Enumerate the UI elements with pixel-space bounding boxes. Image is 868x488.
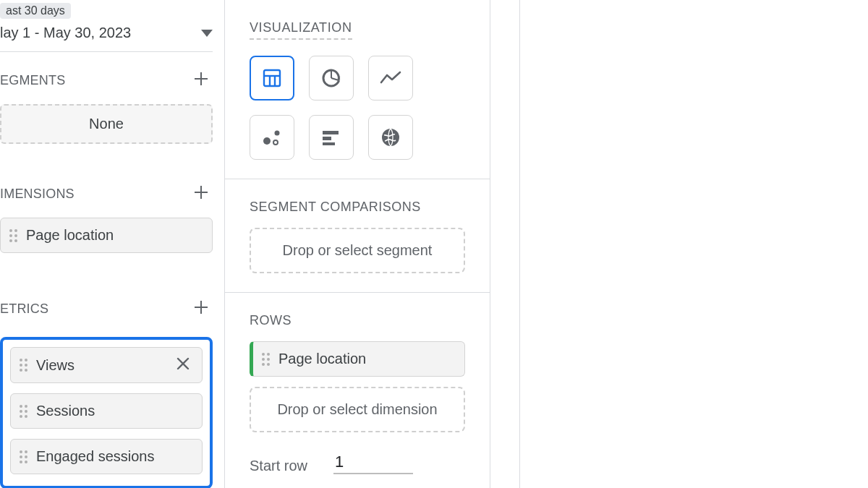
- viz-donut-button[interactable]: [309, 56, 354, 100]
- dimensions-title: IMENSIONS: [0, 187, 75, 202]
- viz-table-button[interactable]: [250, 56, 294, 100]
- donut-chart-icon: [320, 67, 342, 89]
- svg-rect-13: [323, 142, 335, 145]
- date-preset-badge[interactable]: ast 30 days: [0, 3, 71, 19]
- metrics-highlight-box: Views Sessions Engaged sessions: [0, 337, 213, 488]
- visualization-grid: [250, 56, 465, 160]
- metric-chip-label: Views: [36, 357, 166, 374]
- drag-handle-icon[interactable]: [20, 405, 29, 418]
- segments-none-chip[interactable]: None: [0, 104, 213, 144]
- scatter-chart-icon: [261, 127, 283, 148]
- metric-chip-sessions[interactable]: Sessions: [10, 393, 203, 429]
- svg-point-14: [382, 129, 399, 146]
- viz-geo-button[interactable]: [368, 115, 413, 160]
- svg-point-8: [263, 137, 271, 145]
- viz-scatter-button[interactable]: [250, 115, 294, 160]
- segment-comparisons-title: SEGMENT COMPARISONS: [250, 200, 465, 215]
- segment-drop-target[interactable]: Drop or select segment: [250, 228, 465, 273]
- dimension-chip-label: Page location: [26, 227, 203, 244]
- visualization-title: VISUALIZATION: [250, 20, 352, 40]
- date-range-picker[interactable]: lay 1 - May 30, 2023: [0, 19, 213, 51]
- svg-rect-1: [264, 70, 280, 86]
- dimensions-header: IMENSIONS: [0, 183, 213, 218]
- rows-chip-page-location[interactable]: Page location: [250, 341, 465, 377]
- start-row-input[interactable]: [333, 451, 413, 474]
- date-range-text: lay 1 - May 30, 2023: [0, 25, 131, 41]
- rows-chip-label: Page location: [278, 351, 366, 367]
- svg-point-9: [275, 131, 280, 136]
- caret-down-icon: [201, 27, 213, 40]
- add-metric-button[interactable]: [190, 298, 213, 320]
- bar-chart-icon: [321, 129, 341, 145]
- canvas-edge: [490, 0, 520, 488]
- visualization-section: VISUALIZATION: [225, 0, 490, 179]
- metric-chip-engaged-sessions[interactable]: Engaged sessions: [10, 439, 203, 474]
- segments-title: EGMENTS: [0, 73, 65, 88]
- viz-bar-button[interactable]: [309, 115, 354, 160]
- tab-settings-panel: VISUALIZATION: [225, 0, 490, 488]
- add-dimension-button[interactable]: [190, 183, 213, 205]
- metrics-title: ETRICS: [0, 301, 48, 317]
- viz-line-button[interactable]: [368, 56, 413, 100]
- metrics-header: ETRICS: [0, 298, 213, 333]
- start-row-control: Start row: [250, 451, 465, 474]
- table-icon: [262, 68, 282, 88]
- svg-marker-0: [201, 30, 213, 37]
- remove-metric-button[interactable]: [173, 356, 193, 374]
- rows-drop-target[interactable]: Drop or select dimension: [250, 387, 465, 432]
- divider: [0, 51, 213, 52]
- drag-handle-icon[interactable]: [262, 353, 271, 366]
- rows-section: ROWS Page location Drop or select dimens…: [225, 293, 490, 488]
- rows-title: ROWS: [250, 313, 465, 328]
- variables-panel: ast 30 days lay 1 - May 30, 2023 EGMENTS…: [0, 0, 225, 488]
- svg-point-10: [273, 140, 278, 145]
- svg-rect-11: [323, 131, 339, 134]
- svg-rect-12: [323, 137, 331, 140]
- segment-comparisons-section: SEGMENT COMPARISONS Drop or select segme…: [225, 179, 490, 293]
- add-segment-button[interactable]: [190, 69, 213, 91]
- drag-handle-icon[interactable]: [20, 450, 29, 463]
- globe-icon: [380, 127, 401, 148]
- dimension-chip-page-location[interactable]: Page location: [0, 218, 213, 253]
- metric-chip-label: Sessions: [36, 403, 193, 419]
- metric-chip-label: Engaged sessions: [36, 448, 193, 465]
- metric-chip-views[interactable]: Views: [10, 347, 203, 383]
- line-chart-icon: [380, 71, 401, 85]
- drag-handle-icon[interactable]: [20, 359, 29, 372]
- segments-header: EGMENTS: [0, 69, 213, 104]
- drag-handle-icon[interactable]: [9, 229, 19, 242]
- start-row-label: Start row: [250, 458, 307, 474]
